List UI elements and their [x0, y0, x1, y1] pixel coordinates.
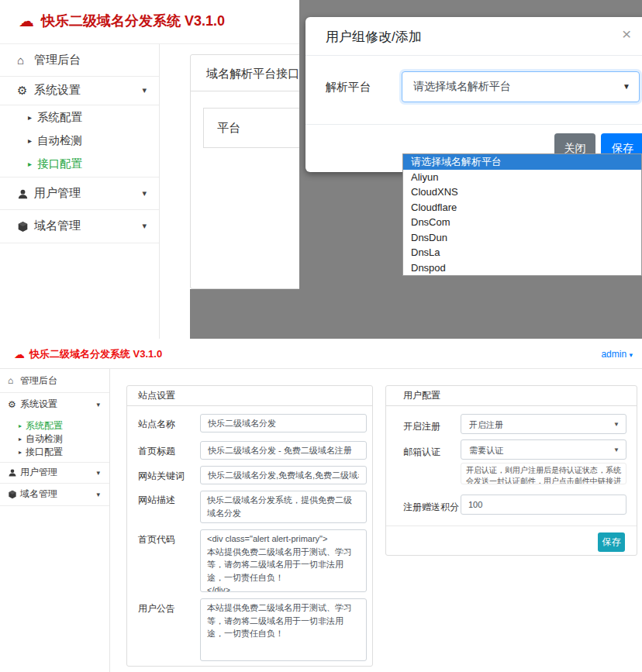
- email-auth-select[interactable]: 需要认证 ▼: [461, 439, 626, 460]
- chevron-down-icon: ▾: [629, 351, 633, 359]
- home-title-input[interactable]: [200, 441, 367, 460]
- app-brand[interactable]: ☁ 快乐二级域名分发系统 V3.1.0: [19, 12, 225, 30]
- app-title: 快乐二级域名分发系统 V3.1.0: [41, 12, 225, 30]
- platform-select[interactable]: 请选择域名解析平台 ▼: [402, 71, 640, 102]
- home-icon: ⌂: [17, 53, 34, 67]
- dropdown-option[interactable]: CloudXNS: [403, 184, 641, 200]
- dropdown-option[interactable]: Dnspod: [403, 260, 641, 276]
- chevron-down-icon: ▼: [623, 82, 630, 91]
- divider: [0, 105, 159, 105]
- select-value: 请选择域名解析平台: [413, 80, 511, 94]
- triangle-right-icon: ▸: [19, 436, 22, 443]
- chevron-down-icon: ▾: [96, 401, 100, 408]
- panel-user-config: 用户配置 开启注册 开启注册 ▼ 邮箱认证 需要认证 ▼ 开启认证，则用户注册后…: [385, 385, 637, 556]
- home-code-textarea[interactable]: <div class="alert alert-primary"> 本站提供免费…: [200, 529, 367, 592]
- sidebar-subitem-label: 接口配置: [37, 157, 82, 171]
- sidebar-subitem-label: 接口配置: [26, 446, 63, 459]
- sidebar-subitem-auto-detect[interactable]: ▸ 自动检测: [0, 432, 109, 445]
- sidebar-subitem-auto-detect[interactable]: ▸ 自动检测: [0, 129, 159, 152]
- chevron-down-icon: ▾: [142, 221, 147, 231]
- dropdown-option[interactable]: DnsCom: [403, 215, 641, 230]
- keywords-input[interactable]: [200, 466, 367, 484]
- chevron-down-icon: ▾: [96, 491, 100, 498]
- sidebar-item-label: 系统设置: [34, 83, 81, 98]
- field-label-description: 网站描述: [138, 494, 175, 507]
- field-label-platform: 解析平台: [326, 80, 371, 95]
- dropdown-option[interactable]: DnsDun: [403, 230, 641, 246]
- sidebar-subitem-label: 系统配置: [37, 110, 82, 125]
- bottom-header-bar: ☁ 快乐二级域名分发系统 V3.1.0 admin ▾: [0, 339, 642, 369]
- user-icon: [8, 467, 20, 478]
- chevron-down-icon: ▼: [613, 421, 620, 428]
- app-title: 快乐二级域名分发系统 V3.1.0: [29, 347, 162, 361]
- divider: [0, 505, 109, 506]
- gear-icon: ⚙: [8, 399, 20, 410]
- gear-icon: ⚙: [17, 84, 34, 98]
- divider: [0, 243, 159, 243]
- sidebar-subitem-system-config[interactable]: ▸ 系统配置: [0, 106, 159, 129]
- admin-username: admin: [601, 349, 626, 360]
- sidebar-subitem-api-config-active[interactable]: ▸ 接口配置: [0, 152, 159, 176]
- sidebar-item-user-mgmt[interactable]: 用户管理 ▾: [0, 462, 109, 483]
- box-icon: [17, 219, 34, 233]
- field-label-site-name: 站点名称: [138, 418, 175, 431]
- email-auth-help-text: 开启认证，则用户注册后是待认证状态，系统会发送一封认证邮件，用户点击邮件中链接进…: [461, 463, 626, 484]
- modal-backdrop: [190, 289, 642, 339]
- dropdown-option[interactable]: Aliyun: [403, 170, 641, 185]
- admin-user-menu[interactable]: admin ▾: [601, 349, 633, 360]
- sidebar-item-label: 系统设置: [20, 398, 57, 411]
- sidebar-item-user-mgmt[interactable]: 用户管理 ▾: [0, 177, 159, 209]
- select-value: 需要认证: [469, 445, 503, 457]
- cloud-icon: ☁: [14, 349, 25, 360]
- app-brand[interactable]: ☁ 快乐二级域名分发系统 V3.1.0: [14, 347, 162, 361]
- register-points-input[interactable]: [461, 495, 626, 515]
- cloud-icon: ☁: [19, 13, 34, 29]
- sidebar-item-label: 用户管理: [20, 466, 57, 479]
- chevron-down-icon: ▾: [142, 188, 147, 198]
- modal-header: 用户组修改/添加 ×: [305, 17, 642, 56]
- user-icon: [17, 186, 34, 200]
- select-value: 开启注册: [469, 419, 503, 431]
- sidebar: ⌂ 管理后台 ⚙ 系统设置 ▾ ▸ 系统配置 ▸ 自动检测 ▸ 接口配置 用户管…: [0, 44, 160, 339]
- sidebar-item-label: 域名管理: [34, 219, 81, 233]
- triangle-right-icon: ▸: [28, 113, 32, 122]
- sidebar-subitem-system-config-active[interactable]: ▸ 系统配置: [0, 419, 109, 432]
- panel-site-settings: 站点设置 站点名称 首页标题 网站关键词 网站描述 快乐二级域名分发系统，提供免…: [126, 385, 373, 667]
- sidebar-item-admin-home[interactable]: ⌂ 管理后台: [0, 44, 159, 76]
- sidebar-item-domain-mgmt[interactable]: 域名管理 ▾: [0, 483, 109, 505]
- home-icon: ⌂: [8, 375, 20, 386]
- sidebar-subitem-label: 系统配置: [26, 419, 63, 432]
- divider: [305, 124, 642, 125]
- modal-title: 用户组修改/添加: [326, 28, 422, 46]
- panel-title: 站点设置: [127, 386, 372, 406]
- register-select[interactable]: 开启注册 ▼: [461, 414, 626, 434]
- field-label-home-title: 首页标题: [138, 445, 175, 458]
- field-label-register: 开启注册: [403, 420, 440, 433]
- user-notice-textarea[interactable]: 本站提供免费二级域名用于测试、学习等，请勿将二级域名用于一切非法用途，一切责任自…: [200, 598, 367, 661]
- chevron-down-icon: ▾: [142, 85, 147, 95]
- dropdown-option[interactable]: 请选择域名解析平台: [403, 154, 641, 170]
- description-textarea[interactable]: 快乐二级域名分发系统，提供免费二级域名分发: [200, 491, 367, 523]
- sidebar-subitem-label: 自动检测: [37, 133, 82, 148]
- modal-user-group-edit: 用户组修改/添加 × 解析平台 请选择域名解析平台 ▼ 关闭 保存: [305, 17, 642, 172]
- triangle-right-icon: ▸: [28, 136, 32, 145]
- close-icon[interactable]: ×: [622, 26, 631, 42]
- triangle-right-icon: ▸: [19, 449, 22, 456]
- save-button[interactable]: 保存: [598, 532, 625, 552]
- sidebar-item-system-settings[interactable]: ⚙ 系统设置 ▾: [0, 392, 109, 416]
- sidebar-subitem-api-config[interactable]: ▸ 接口配置: [0, 445, 109, 459]
- sidebar-item-system-settings[interactable]: ⚙ 系统设置 ▾: [0, 76, 159, 105]
- dropdown-option[interactable]: Cloudflare: [403, 200, 641, 215]
- site-name-input[interactable]: [200, 414, 367, 432]
- dropdown-option[interactable]: DnsLa: [403, 245, 641, 260]
- sidebar-item-label: 用户管理: [34, 186, 81, 201]
- sidebar: ⌂ 管理后台 ⚙ 系统设置 ▾ ▸ 系统配置 ▸ 自动检测 ▸ 接口配置 用户管…: [0, 369, 110, 672]
- field-label-register-points: 注册赠送积分: [403, 501, 459, 514]
- triangle-right-icon: ▸: [19, 422, 22, 429]
- chevron-down-icon: ▾: [96, 469, 100, 477]
- chevron-down-icon: ▼: [613, 446, 620, 453]
- sidebar-item-label: 域名管理: [20, 488, 57, 501]
- sidebar-item-admin-home[interactable]: ⌂ 管理后台: [0, 369, 109, 392]
- sidebar-item-domain-mgmt[interactable]: 域名管理 ▾: [0, 209, 159, 243]
- triangle-right-icon: ▸: [28, 160, 32, 168]
